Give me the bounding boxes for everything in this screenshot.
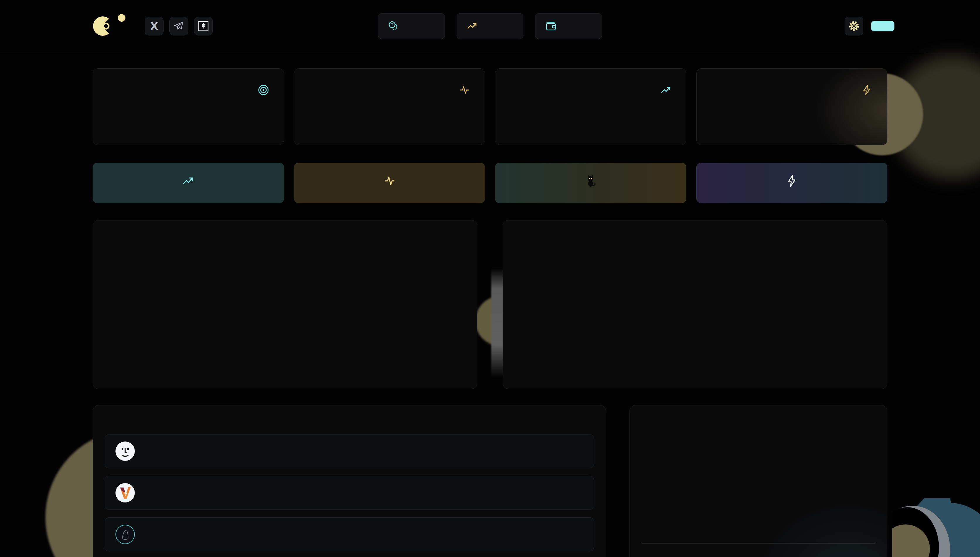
eagle-crest [904, 498, 958, 535]
eagle-icon [198, 21, 209, 32]
zap-icon [861, 84, 873, 96]
decor-eagle-logo [892, 498, 980, 557]
face-avatar [115, 441, 135, 461]
buy-project-button[interactable] [93, 163, 284, 203]
kol-hunt-activity-card [93, 220, 478, 389]
croowi-price-badge[interactable] [378, 13, 445, 39]
trade-now-button[interactable] [696, 163, 888, 203]
stat-card-kols-tracked [93, 68, 284, 145]
top-kols-panel [93, 405, 606, 557]
telegram-button[interactable] [169, 17, 188, 36]
solana-price-badge[interactable] [457, 13, 523, 39]
actions-row [93, 163, 887, 203]
kol-row-moonlord[interactable] [105, 476, 594, 510]
stat-card-active-hunts [294, 68, 485, 145]
wallet-address-button[interactable] [871, 21, 894, 31]
stats-row [93, 68, 887, 145]
eagle-head [902, 503, 980, 557]
metric-row-telegram-alerts [642, 455, 875, 475]
eagle-link-button[interactable] [194, 17, 213, 36]
telegram-icon [174, 21, 184, 31]
eagle-ring-gray [892, 506, 950, 557]
stat-card-total-volume [696, 68, 888, 145]
wallet-icon [544, 20, 558, 33]
trend-up-icon [660, 84, 672, 96]
bolt-icon [785, 174, 799, 187]
metric-row-avg-win-rate [642, 494, 875, 513]
gear-icon [848, 20, 860, 32]
metrics-divider [642, 543, 875, 544]
platform-metrics-panel [629, 405, 887, 557]
v-logo-avatar [115, 483, 135, 502]
cat-icon [584, 174, 597, 187]
project-trading-volume-card [502, 220, 887, 389]
trend-up-icon [466, 20, 479, 33]
x-social-button[interactable]: X [145, 17, 164, 36]
target-icon [257, 84, 270, 96]
list-button[interactable] [294, 163, 485, 203]
kol-row-diamondhands[interactable] [105, 434, 594, 468]
logo-dot [118, 14, 125, 22]
bottom-row [93, 405, 887, 557]
stat-card-projects-listed [495, 68, 686, 145]
trend-up-icon [181, 174, 195, 187]
x-icon: X [150, 20, 158, 32]
croowi-moon-icon [93, 15, 115, 37]
kol-row-solanaking[interactable] [105, 518, 594, 551]
decor-olive-glow [891, 56, 980, 179]
croowi-logo[interactable] [93, 15, 131, 37]
activity-icon [458, 84, 471, 96]
activity-icon [383, 174, 396, 187]
metric-row-total-trades [642, 513, 875, 533]
ghost-avatar [115, 525, 135, 544]
eagle-ring-black [892, 507, 939, 557]
metric-row-connected-wallets [642, 436, 875, 455]
balance-badge[interactable] [535, 13, 602, 39]
hunt-kols-button[interactable] [495, 163, 686, 203]
top-navbar: X [0, 0, 980, 52]
settings-button[interactable] [845, 17, 863, 36]
charts-row [93, 220, 887, 389]
coins-icon [387, 20, 400, 33]
metric-row-active-trackers [642, 475, 875, 494]
eagle-eye [892, 524, 930, 557]
